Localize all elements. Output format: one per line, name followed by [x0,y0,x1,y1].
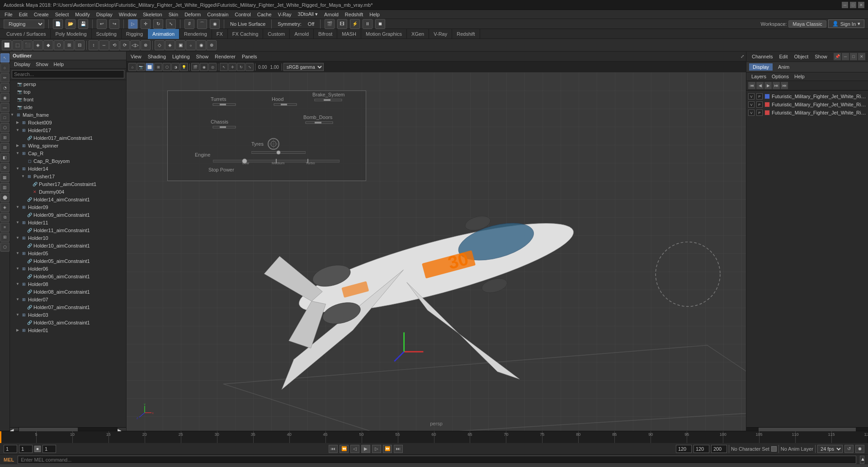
tree-item-pusher17[interactable]: ▼ ⊞ Pusher17 [10,172,126,180]
ch-anim-fwd-button[interactable]: ▶ [764,82,772,89]
vp-scale-btn[interactable]: ⤡ [245,63,254,71]
ch-p-3[interactable]: P [756,110,763,116]
vp-home-btn[interactable]: ⌂ [128,63,137,71]
tool-4-icon[interactable]: ⊚ [0,163,9,172]
vp-rotate-btn[interactable]: ↻ [237,63,245,71]
edge-tool-icon[interactable]: — [0,103,9,112]
ch-object[interactable]: Object [791,53,811,60]
tool-7-icon[interactable]: ⬤ [0,193,9,202]
ch-close-button[interactable]: ✕ [858,53,865,60]
expand-holder06-icon[interactable]: ▼ [15,267,20,271]
expand-holder05-icon[interactable]: ▼ [15,251,20,256]
snap-grid-button[interactable]: # [184,19,194,29]
tab-bifrost[interactable]: Bifrost [314,29,337,39]
step-back-btn[interactable]: ⏪ [340,445,349,453]
signin-button[interactable]: 👤 Sign In ▾ [828,19,864,28]
ch-show[interactable]: Show [812,53,830,60]
snap-point-button[interactable]: ◉ [210,19,220,29]
tree-item-holder14-aim[interactable]: 🔗 Holder14_aimConstraint1 [10,195,126,203]
anim-tool-1[interactable]: ⬜ [2,40,12,50]
tree-item-side[interactable]: 📷 side [10,103,126,111]
menu-create[interactable]: Create [31,11,52,18]
pause-button[interactable]: ⏸ [363,19,373,29]
menu-select[interactable]: Select [52,11,72,18]
tree-item-holder14[interactable]: ▼ ⊞ Holder14 [10,165,126,172]
anim-end-input[interactable] [711,445,727,453]
expand-holder01-icon[interactable]: ▶ [15,328,20,333]
tool-9-icon[interactable]: ⧉ [0,213,9,222]
anim-tool-3[interactable]: ⬛ [23,40,33,50]
outliner-scroll-left[interactable]: ◀ [10,428,19,431]
ch-anim-end-button[interactable]: ⏭ [781,82,788,89]
outliner-menu-help[interactable]: Help [52,61,66,67]
ch-anim-next-button[interactable]: ⏭ [773,82,780,89]
tree-item-top[interactable]: 📷 top [10,88,126,95]
anim-tool-7[interactable]: ⊞ [64,40,74,50]
rigging-dropdown[interactable]: Rigging [4,19,44,29]
playback-end-input[interactable] [693,445,709,453]
object-tool-icon[interactable]: ⬡ [0,123,9,132]
ch-display-tab[interactable]: Display [749,63,773,71]
tree-item-holder09[interactable]: ▼ ⊞ Holder09 [10,203,126,211]
expand-rocket-icon[interactable]: ▶ [15,120,20,125]
menu-window[interactable]: Window [116,11,139,18]
expand-holder08-icon[interactable]: ▼ [15,282,20,286]
viewport-canvas[interactable]: Turrets Hood Brake_System Chassis Bomb_D… [127,72,746,431]
ch-anim-tab[interactable]: Anim [774,63,793,71]
menu-modify[interactable]: Modify [72,11,92,18]
anim-tool-4[interactable]: ◈ [33,40,43,50]
tool-1-icon[interactable]: ⊞ [0,133,9,142]
frame-current-input[interactable] [19,445,33,453]
vp-select-btn[interactable]: ↖ [220,63,228,71]
tab-motion-graphics[interactable]: Motion Graphics [361,29,407,39]
menu-3dtoall[interactable]: 3DtoAll ▾ [295,10,321,18]
ch-edit[interactable]: Edit [776,53,790,60]
tree-item-holder07-aim[interactable]: 🔗 Holder07_aimConstraint1 [10,303,126,311]
vp-render-btn[interactable]: 🎬 [191,63,199,71]
vp-light-btn[interactable]: 💡 [180,63,188,71]
outliner-menu-display[interactable]: Display [12,61,33,67]
tree-item-holder08[interactable]: ▼ ⊞ Holder08 [10,280,126,288]
tool-3-icon[interactable]: ◧ [0,153,9,162]
right-panel-scrollbar[interactable] [746,427,868,431]
ch-p-2[interactable]: P [756,101,763,108]
vp-wireframe-btn[interactable]: ⬡ [163,63,171,71]
expand-holder09-icon[interactable]: ▼ [15,205,20,210]
tree-item-wing-spinner[interactable]: ▶ ⊞ Wing_spinner [10,142,126,149]
key-tool-1[interactable]: ◇ [155,40,165,50]
vp-menu-show[interactable]: Show [194,53,211,60]
timeline-ruler[interactable]: 0510152025303540455055606570758085909510… [0,431,868,443]
playback-start-input[interactable] [42,445,56,453]
tree-item-front[interactable]: 📷 front [10,95,126,103]
menu-file[interactable]: File [2,11,15,18]
tab-custom[interactable]: Custom [263,29,290,39]
viewport-expand-icon[interactable]: ⤢ [741,54,744,59]
play-btn[interactable]: ▶ [361,445,370,453]
menu-cache[interactable]: Cache [255,11,274,18]
workspace-value[interactable]: Maya Classic [788,20,826,28]
tool-12-icon[interactable]: ⬡ [0,243,9,252]
tool-8-icon[interactable]: ◈ [0,203,9,212]
save-scene-button[interactable]: 💾 [78,19,88,29]
outliner-menu-show[interactable]: Show [33,61,51,67]
ch-anim-prev-button[interactable]: ⏮ [748,82,755,89]
vp-menu-panels[interactable]: Panels [240,53,259,60]
close-button[interactable]: ✕ [858,2,864,8]
undo-button[interactable]: ↩ [97,19,107,29]
ch-help-menu[interactable]: Help [792,73,807,80]
tree-item-holder06[interactable]: ▼ ⊞ Holder06 [10,265,126,272]
tree-item-holder06-aim[interactable]: 🔗 Holder06_aimConstraint1 [10,272,126,280]
new-scene-button[interactable]: 📄 [53,19,63,29]
tool-10-icon[interactable]: ≡ [0,223,9,232]
auto-key-btn[interactable]: ⏺ [855,445,864,453]
face-tool-icon[interactable]: □ [0,113,9,122]
expand-pusher17-icon[interactable]: ▼ [21,174,25,179]
menu-skin[interactable]: Skin [166,11,181,18]
rotate-tool-button[interactable]: ↻ [153,19,163,29]
ch-expand-button[interactable]: □ [850,53,857,60]
tool-2-icon[interactable]: ⊟ [0,143,9,152]
anim-tool-11[interactable]: ⟲ [109,40,119,50]
tree-item-persp[interactable]: 📷 persp [10,80,126,88]
frame-start-input[interactable] [4,445,17,453]
tab-fx-caching[interactable]: FX Caching [228,29,263,39]
